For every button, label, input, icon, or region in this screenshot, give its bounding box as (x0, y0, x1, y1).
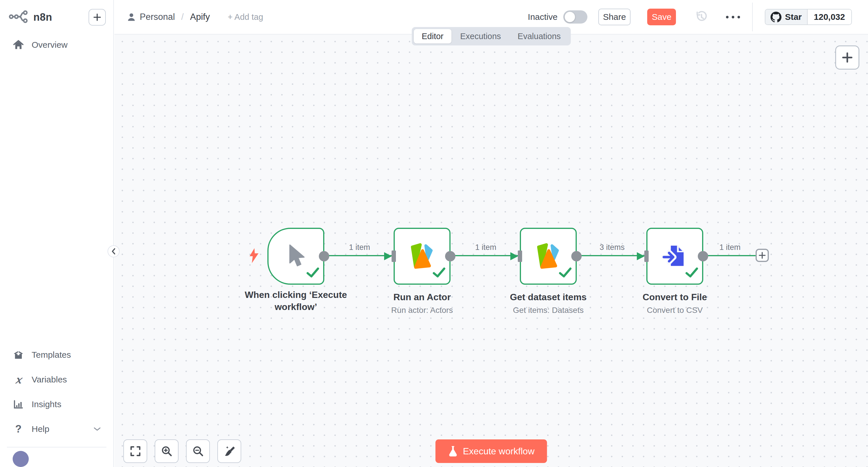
tidy-up-button[interactable] (217, 439, 241, 463)
output-connector[interactable] (319, 251, 329, 261)
add-tag-button[interactable]: + Add tag (228, 12, 263, 22)
breadcrumb-separator: / (181, 12, 184, 22)
github-star-button[interactable]: Star (765, 9, 807, 25)
node-title: Get dataset items (491, 291, 606, 303)
sidebar-item-label: Templates (32, 350, 71, 360)
cursor-icon (285, 244, 307, 269)
input-arrow (384, 252, 392, 260)
apify-icon (408, 242, 436, 270)
breadcrumb: Personal / Apify (127, 12, 210, 22)
node-convert-to-file[interactable] (646, 228, 703, 285)
sidebar-item-variables[interactable]: 𝑥 Variables (7, 373, 106, 386)
breadcrumb-project[interactable]: Personal (140, 12, 175, 22)
trigger-bolt-icon (248, 247, 259, 265)
broom-icon (224, 445, 235, 457)
connection-4: 1 item (703, 255, 757, 256)
activation-control: Inactive (528, 10, 587, 24)
logo-row: n8n (0, 0, 113, 34)
fit-view-icon (130, 445, 141, 457)
sidebar-item-label: Help (32, 424, 50, 434)
node-subtitle: Convert to CSV (617, 305, 732, 315)
execute-workflow-label: Execute workflow (463, 446, 534, 457)
execute-workflow-button[interactable]: Execute workflow (435, 439, 547, 463)
github-octocat-icon (771, 11, 781, 23)
connection-items-label: 1 item (475, 243, 497, 252)
success-check-icon (558, 266, 572, 280)
sidebar-menu: Overview (0, 34, 113, 63)
sidebar-item-label: Insights (32, 399, 61, 409)
input-arrow (510, 252, 518, 260)
avatar[interactable] (13, 451, 29, 467)
github-star-widget[interactable]: Star 120,032 (765, 9, 852, 25)
sidebar-item-templates[interactable]: Templates (7, 348, 106, 362)
input-connector[interactable] (392, 250, 396, 262)
connection-items-label: 1 item (349, 243, 370, 252)
github-star-count[interactable]: 120,032 (808, 9, 851, 25)
ellipsis-icon (726, 16, 728, 19)
success-check-icon (685, 266, 699, 280)
input-connector[interactable] (518, 250, 522, 262)
zoom-to-fit-button[interactable] (123, 439, 147, 463)
n8n-app: n8n Overview (0, 0, 868, 467)
node-label: Run an Actor Run actor: Actors (365, 291, 479, 315)
flask-icon (448, 445, 458, 457)
plus-icon (92, 12, 102, 22)
activation-toggle[interactable] (563, 10, 587, 24)
breadcrumb-workflow-name[interactable]: Apify (190, 12, 210, 22)
open-nodes-panel-button[interactable] (835, 45, 859, 70)
node-label: Convert to File Convert to CSV (617, 291, 732, 315)
node-run-an-actor[interactable] (394, 228, 451, 285)
node-title: When clicking ‘Execute workflow’ (241, 289, 350, 313)
user-icon (127, 12, 136, 22)
sidebar-bottom: Templates 𝑥 Variables Insights ? (0, 348, 113, 467)
n8n-logo-icon[interactable] (7, 9, 29, 25)
node-title: Convert to File (617, 291, 732, 303)
zoom-out-icon (192, 445, 204, 457)
sidebar-item-help[interactable]: ? Help (7, 422, 106, 436)
input-connector[interactable] (644, 250, 649, 262)
apify-icon (534, 242, 562, 270)
chevron-down-icon (93, 427, 101, 432)
activation-label: Inactive (528, 12, 557, 22)
save-button[interactable]: Save (647, 9, 676, 25)
zoom-out-button[interactable] (186, 439, 210, 463)
node-label: Get dataset items Get items: Datasets (491, 291, 606, 315)
tab-executions[interactable]: Executions (452, 29, 509, 43)
sidebar-item-insights[interactable]: Insights (7, 397, 106, 411)
app-title: n8n (33, 11, 52, 23)
output-connector[interactable] (445, 251, 456, 261)
sidebar: n8n Overview (0, 0, 114, 467)
github-star-label: Star (785, 12, 802, 22)
tab-editor[interactable]: Editor (414, 29, 452, 43)
success-check-icon (306, 266, 320, 280)
node-title: Run an Actor (365, 291, 479, 303)
history-clock-icon (695, 10, 708, 24)
workflow-canvas[interactable]: 1 item 1 item 3 items 1 item (115, 34, 868, 467)
history-button[interactable] (695, 10, 708, 24)
input-arrow (637, 252, 645, 260)
sidebar-item-label: Variables (32, 375, 67, 384)
chevron-left-icon (111, 248, 117, 255)
plus-icon (841, 52, 853, 64)
share-button[interactable]: Share (598, 9, 630, 25)
sidebar-item-label: Overview (32, 40, 68, 50)
node-subtitle: Get items: Datasets (491, 305, 606, 315)
more-options-button[interactable] (726, 16, 740, 19)
node-subtitle: Run actor: Actors (365, 305, 479, 315)
node-manual-trigger[interactable] (268, 228, 324, 285)
output-connector[interactable] (571, 251, 582, 261)
main-area: Personal / Apify + Add tag Inactive Shar… (115, 0, 868, 467)
success-check-icon (432, 266, 446, 280)
add-node-button[interactable] (755, 249, 769, 262)
connection-items-label: 1 item (719, 243, 741, 252)
sidebar-collapse-button[interactable] (107, 245, 120, 257)
node-get-dataset-items[interactable] (520, 228, 577, 285)
canvas-controls (123, 439, 241, 463)
variable-x-icon: 𝑥 (12, 374, 25, 385)
plus-icon (758, 252, 766, 259)
zoom-in-button[interactable] (155, 439, 179, 463)
sidebar-item-overview[interactable]: Overview (7, 38, 106, 52)
new-workflow-button[interactable] (89, 9, 106, 26)
tab-evaluations[interactable]: Evaluations (509, 29, 569, 43)
output-connector[interactable] (698, 251, 708, 261)
